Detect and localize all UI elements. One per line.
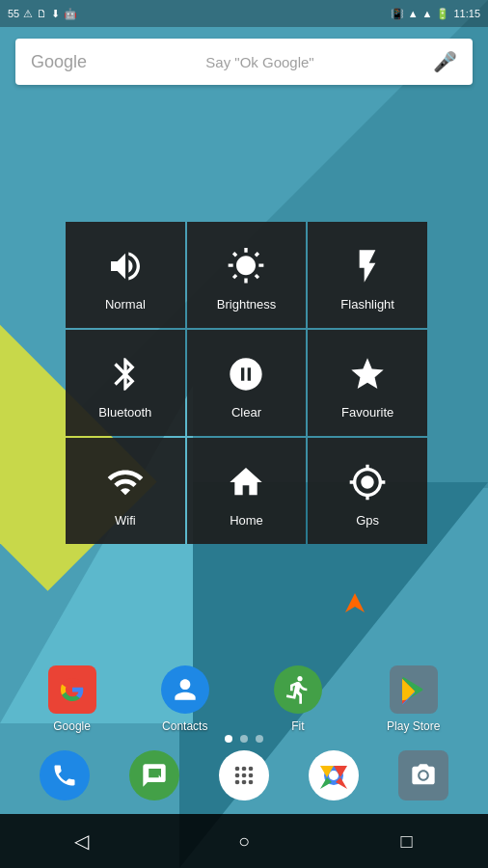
notification-count: 55 — [8, 8, 19, 19]
battery-icon: 🔋 — [436, 8, 449, 20]
dock-google[interactable]: Google — [48, 665, 96, 733]
wifi-status-icon: ▲ — [408, 8, 419, 19]
svg-point-6 — [249, 767, 254, 772]
clear-label: Clear — [231, 405, 261, 420]
flashlight-icon — [344, 243, 391, 289]
gps-label: Gps — [356, 513, 379, 528]
gps-icon — [344, 459, 391, 505]
download-icon: ⬇ — [51, 8, 60, 20]
widget-favourite[interactable]: Favourite — [308, 330, 427, 436]
android-icon: 🤖 — [64, 8, 77, 20]
status-left: 55 ⚠ 🗋 ⬇ 🤖 — [8, 8, 77, 20]
google-app-label: Google — [53, 719, 91, 733]
svg-point-5 — [242, 767, 247, 772]
mic-icon[interactable]: 🎤 — [433, 50, 457, 73]
vibrate-icon: 📳 — [391, 8, 404, 20]
phone-dock-icon[interactable] — [40, 750, 90, 800]
wifi-label: Wifi — [115, 513, 136, 528]
svg-point-1 — [235, 773, 240, 778]
brightness-label: Brightness — [217, 297, 276, 312]
favourite-label: Favourite — [341, 405, 393, 420]
status-bar: 55 ⚠ 🗋 ⬇ 🤖 📳 ▲ ▲ 🔋 11:15 — [0, 0, 488, 27]
widget-home[interactable]: Home — [187, 438, 307, 544]
signal-icon: ▲ — [422, 8, 433, 19]
widget-wifi[interactable]: Wifi — [66, 438, 185, 544]
dock-contacts[interactable]: Contacts — [161, 665, 209, 733]
svg-point-3 — [249, 773, 254, 778]
dock-apps: Google Contacts Fit Play Store — [0, 665, 488, 733]
fit-app-icon — [274, 665, 322, 714]
svg-point-9 — [249, 780, 254, 785]
launcher-dock-icon[interactable] — [219, 750, 269, 800]
time: 11:15 — [453, 8, 480, 19]
google-app-icon — [48, 665, 96, 714]
svg-point-8 — [242, 780, 247, 785]
camera-dock-icon[interactable] — [398, 750, 448, 800]
home-icon — [223, 459, 269, 505]
back-button[interactable]: ◁ — [62, 822, 100, 860]
hangouts-dock-icon[interactable] — [129, 750, 179, 800]
clipboard-icon: 🗋 — [37, 8, 47, 19]
search-placeholder: Say "Ok Google" — [205, 54, 313, 70]
bottom-dock — [0, 741, 488, 810]
svg-point-11 — [329, 771, 339, 780]
bluetooth-label: Bluetooth — [98, 405, 151, 420]
warning-icon: ⚠ — [23, 8, 33, 20]
svg-point-2 — [242, 773, 247, 778]
dock-fit[interactable]: Fit — [274, 665, 322, 733]
home-label: Home — [230, 513, 263, 528]
playstore-app-icon — [390, 665, 438, 714]
contacts-app-label: Contacts — [162, 719, 207, 733]
contacts-app-icon — [161, 665, 209, 714]
star-icon — [344, 351, 391, 397]
widget-grid: Normal Brightness Flashlight Bluetooth — [66, 222, 427, 544]
widget-brightness[interactable]: Brightness — [187, 222, 307, 328]
bluetooth-icon — [102, 351, 149, 397]
fit-app-label: Fit — [291, 719, 304, 733]
widget-clear[interactable]: Clear — [187, 330, 307, 436]
widget-gps[interactable]: Gps — [308, 438, 427, 544]
flashlight-label: Flashlight — [340, 297, 394, 312]
status-right: 📳 ▲ ▲ 🔋 11:15 — [391, 8, 480, 20]
dock-playstore[interactable]: Play Store — [387, 665, 440, 733]
search-bar[interactable]: Google Say "Ok Google" 🎤 — [15, 39, 473, 85]
chrome-dock-icon[interactable] — [309, 750, 359, 800]
nav-bar: ◁ ○ □ — [0, 814, 488, 868]
wifi-icon — [102, 459, 149, 505]
widget-bluetooth[interactable]: Bluetooth — [66, 330, 185, 436]
svg-point-4 — [235, 767, 240, 772]
google-brand: Google — [31, 52, 87, 72]
widget-normal[interactable]: Normal — [66, 222, 185, 328]
brightness-icon — [223, 243, 269, 289]
svg-point-7 — [235, 780, 240, 785]
normal-label: Normal — [105, 297, 146, 312]
rocket-icon — [223, 351, 269, 397]
widget-flashlight[interactable]: Flashlight — [308, 222, 427, 328]
recent-button[interactable]: □ — [388, 822, 426, 860]
home-button[interactable]: ○ — [225, 822, 263, 860]
playstore-app-label: Play Store — [387, 719, 440, 733]
volume-icon — [102, 243, 149, 289]
